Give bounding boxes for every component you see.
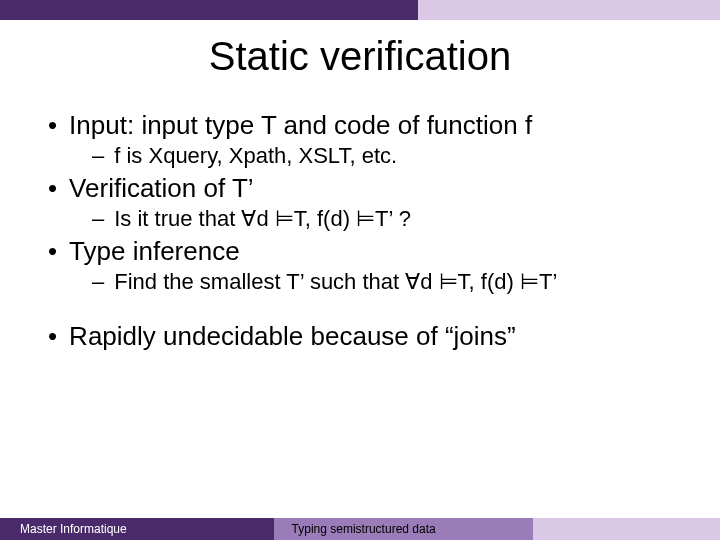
subbullet-istrue: Is it true that ∀d ⊨T, f(d) ⊨T’ ? (92, 206, 680, 232)
footer-left: Master Informatique (0, 518, 274, 540)
top-bar (0, 0, 720, 20)
slide-title: Static verification (0, 34, 720, 79)
footer-right (533, 518, 720, 540)
bullet-input: Input: input type T and code of function… (48, 110, 680, 141)
bullet-text: Verification of T’ (69, 173, 254, 203)
footer-bar: Master Informatique Typing semistructure… (0, 518, 720, 540)
topbar-dark (0, 0, 418, 20)
subbullet-find: Find the smallest T’ such that ∀d ⊨T, f(… (92, 269, 680, 295)
slide: Static verification Input: input type T … (0, 0, 720, 540)
footer-mid-text: Typing semistructured data (292, 522, 436, 536)
bullet-verification: Verification of T’ (48, 173, 680, 204)
spacer (48, 299, 680, 321)
bullet-undecidable: Rapidly undecidable because of “joins” (48, 321, 680, 352)
subbullet-fis: f is Xquery, Xpath, XSLT, etc. (92, 143, 680, 169)
bullet-text: Type inference (69, 236, 240, 266)
bullet-text: Input: input type T and code of function… (69, 110, 532, 140)
footer-mid: Typing semistructured data (274, 518, 533, 540)
bullet-text: Is it true that ∀d ⊨T, f(d) ⊨T’ ? (114, 206, 411, 231)
footer-left-text: Master Informatique (20, 522, 127, 536)
slide-content: Input: input type T and code of function… (48, 110, 680, 354)
bullet-typeinference: Type inference (48, 236, 680, 267)
topbar-light (418, 0, 720, 20)
bullet-text: Find the smallest T’ such that ∀d ⊨T, f(… (114, 269, 557, 294)
bullet-text: Rapidly undecidable because of “joins” (69, 321, 516, 351)
bullet-text: f is Xquery, Xpath, XSLT, etc. (114, 143, 397, 168)
